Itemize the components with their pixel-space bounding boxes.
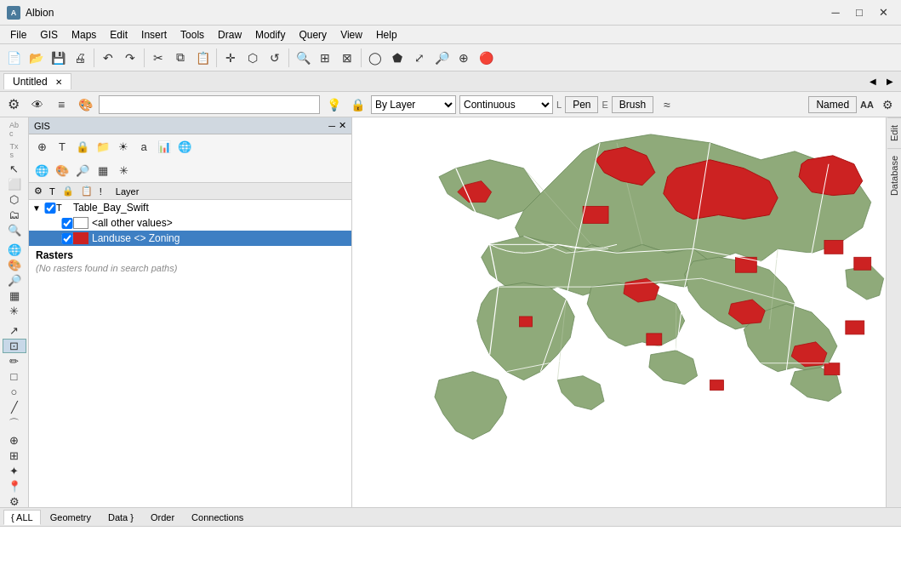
search2-button[interactable]: ⊕ <box>453 48 474 68</box>
menu-view[interactable]: View <box>334 27 369 43</box>
gis-globe-btn[interactable]: 🌐 <box>175 137 194 156</box>
minimize-button[interactable]: ─ <box>824 4 847 21</box>
bottom-tab-all[interactable]: { ALL <box>3 510 41 525</box>
select-button[interactable]: ⬡ <box>242 48 263 68</box>
bottom-tab-connections[interactable]: Connections <box>184 510 251 525</box>
circle-tool[interactable]: ○ <box>3 385 26 399</box>
zoom-tool[interactable]: 🔍 <box>3 223 26 237</box>
gis-table-btn[interactable]: ▦ <box>94 161 112 180</box>
gis-new-layer-btn[interactable]: ⊕ <box>32 137 51 156</box>
settings-gear-icon[interactable]: ⚙ <box>877 94 898 115</box>
table-tool[interactable]: ▦ <box>3 288 26 303</box>
right-tab-edit[interactable]: Edit <box>887 117 901 148</box>
query-button[interactable]: 🔴 <box>476 48 496 68</box>
gis-zoom2-btn[interactable]: 🔎 <box>73 161 92 180</box>
rectangle-select-tool[interactable]: ⬜ <box>3 177 26 191</box>
arc-tool[interactable]: ⌒ <box>3 415 26 432</box>
layers-mgr-tool[interactable]: ⊞ <box>3 448 26 463</box>
pan-button[interactable]: ✛ <box>220 48 241 68</box>
circle-button[interactable]: ◯ <box>365 48 385 68</box>
gis-globe2-btn[interactable]: 🌐 <box>32 161 51 180</box>
lock-icon[interactable]: 🔒 <box>347 94 368 115</box>
menu-draw[interactable]: Draw <box>211 27 248 43</box>
layer-color-icon[interactable]: 🎨 <box>75 94 95 115</box>
globe-tool[interactable]: 🌐 <box>3 243 26 257</box>
tab-next-button[interactable]: ▶ <box>882 74 898 89</box>
layer-tool[interactable]: 🗂 <box>3 208 26 222</box>
tab-close-icon[interactable]: ✕ <box>55 77 62 87</box>
gis-folder-btn[interactable]: 📁 <box>94 137 112 156</box>
match-icon[interactable]: ≈ <box>657 94 677 115</box>
close-button[interactable]: ✕ <box>872 4 894 21</box>
paste-button[interactable]: 📋 <box>192 48 213 68</box>
named-button[interactable]: Named <box>808 96 857 113</box>
select-active-tool[interactable]: ⊡ <box>3 339 26 353</box>
bottom-tab-geometry[interactable]: Geometry <box>43 510 99 525</box>
connect-tool[interactable]: ⊕ <box>3 433 26 448</box>
bulb-icon[interactable]: 💡 <box>323 94 344 115</box>
table-bay-row[interactable]: ▼ T Table_Bay_Swift <box>29 200 351 215</box>
tab-prev-button[interactable]: ◀ <box>865 74 881 89</box>
maximize-button[interactable]: □ <box>848 4 870 21</box>
gis-lock-btn[interactable]: 🔒 <box>73 137 92 156</box>
gis-text-btn[interactable]: a <box>134 137 153 156</box>
gis-asterisk-btn[interactable]: ✳ <box>114 161 133 180</box>
asterisk-tool[interactable]: ✳ <box>3 304 26 318</box>
linetype-select[interactable]: Continuous <box>459 95 553 114</box>
square-tool[interactable]: □ <box>3 369 26 384</box>
tab-untitled[interactable]: Untitled ✕ <box>3 73 71 89</box>
menu-insert[interactable]: Insert <box>134 27 174 43</box>
color-tool[interactable]: 🎨 <box>3 258 26 272</box>
pointer-tool[interactable]: ↗ <box>3 323 26 338</box>
line-tool[interactable]: ╱ <box>3 400 26 414</box>
cut-button[interactable]: ✂ <box>148 48 168 68</box>
redo-button[interactable]: ↷ <box>120 48 140 68</box>
layer-visibility-icon[interactable]: 👁 <box>27 94 48 115</box>
color-by-layer-select[interactable]: By Layer <box>371 95 456 114</box>
menu-modify[interactable]: Modify <box>248 27 292 43</box>
bottom-tab-order[interactable]: Order <box>143 510 182 525</box>
layer-list-icon[interactable]: ≡ <box>51 94 71 115</box>
right-tab-database[interactable]: Database <box>887 148 901 203</box>
gis-close-btn[interactable]: ✕ <box>339 120 346 131</box>
draw-tool[interactable]: ✏ <box>3 354 26 368</box>
save-button[interactable]: 💾 <box>48 48 68 68</box>
landuse-zoning-row[interactable]: Landuse <> Zoning <box>29 231 351 246</box>
bottom-tab-data[interactable]: Data } <box>100 510 141 525</box>
landuse-checkbox[interactable] <box>61 233 73 244</box>
menu-file[interactable]: File <box>3 27 33 43</box>
search-button[interactable]: 🔎 <box>431 48 452 68</box>
pen-button[interactable]: Pen <box>565 96 598 113</box>
zoom-in-button[interactable]: 🔍 <box>293 48 313 68</box>
gis-color2-btn[interactable]: 🎨 <box>53 161 71 180</box>
menu-help[interactable]: Help <box>369 27 404 43</box>
layer-settings-icon[interactable]: ⚙ <box>3 94 24 115</box>
measure-button[interactable]: ⤢ <box>409 48 430 68</box>
gis-type-btn[interactable]: T <box>53 137 71 156</box>
brush-button[interactable]: Brush <box>612 96 653 113</box>
menu-tools[interactable]: Tools <box>174 27 211 43</box>
zoom-extents-button[interactable]: ⊠ <box>337 48 357 68</box>
other-values-row[interactable]: <all other values> <box>29 215 351 231</box>
gis-minimize-btn[interactable]: ─ <box>328 120 335 131</box>
gis-sun-btn[interactable]: ☀ <box>114 137 133 156</box>
gear-small-tool[interactable]: ⚙ <box>3 494 26 507</box>
menu-maps[interactable]: Maps <box>65 27 103 43</box>
map-pin-tool[interactable]: 📍 <box>3 479 26 494</box>
layer-input[interactable]: 0 <box>99 95 320 114</box>
cursor-tool[interactable]: ↖ <box>3 162 26 176</box>
gis-chart-btn[interactable]: 📊 <box>155 137 174 156</box>
table-bay-checkbox[interactable] <box>44 203 56 214</box>
polygon-select-tool[interactable]: ⬡ <box>3 192 26 207</box>
open-button[interactable]: 📂 <box>26 48 46 68</box>
zoom-window-button[interactable]: ⊞ <box>315 48 335 68</box>
menu-query[interactable]: Query <box>292 27 334 43</box>
star-tool[interactable]: ✦ <box>3 464 26 478</box>
copy-button[interactable]: ⧉ <box>170 48 191 68</box>
map-area[interactable] <box>352 117 886 507</box>
other-values-checkbox[interactable] <box>61 218 73 229</box>
menu-edit[interactable]: Edit <box>103 27 134 43</box>
undo-button[interactable]: ↶ <box>98 48 118 68</box>
print-button[interactable]: 🖨 <box>70 48 90 68</box>
rotate-button[interactable]: ↺ <box>265 48 285 68</box>
